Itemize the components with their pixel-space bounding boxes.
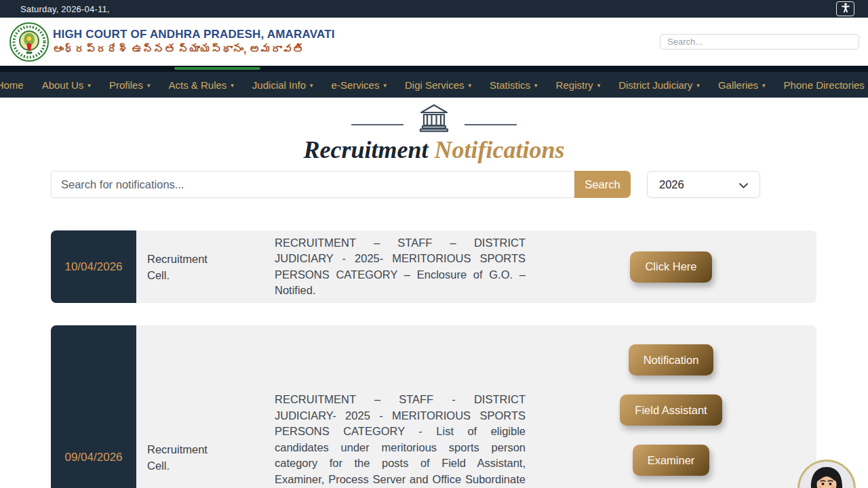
ap-high-court-emblem — [9, 22, 49, 62]
current-date: Saturday, 2026-04-11, — [20, 4, 110, 14]
decorative-line-right — [465, 124, 517, 125]
chevron-down-icon: ▾ — [762, 82, 766, 89]
chevron-down-icon: ▾ — [310, 82, 313, 89]
nav-item-acts-rules[interactable]: Acts & Rules▾ — [168, 79, 233, 91]
chevron-down-icon: ▾ — [597, 82, 601, 89]
year-dropdown[interactable]: 2026 — [647, 171, 760, 198]
examiner-button[interactable]: Examiner — [633, 445, 710, 476]
year-selected-value: 2026 — [659, 178, 684, 191]
notification-row: 09/04/2026 Recruitment Cell. RECRUITMENT… — [51, 325, 816, 488]
decorative-line-left — [351, 124, 403, 125]
notification-actions: Notification Field Assistant Examiner — [526, 344, 816, 488]
notification-row: 10/04/2026 Recruitment Cell. RECRUITMENT… — [51, 230, 816, 303]
field-assistant-button[interactable]: Field Assistant — [620, 394, 722, 426]
nav-item-judicial-info[interactable]: Judicial Info▾ — [252, 79, 313, 91]
chevron-down-icon: ▾ — [147, 82, 151, 89]
nav-item-statistics[interactable]: Statistics▾ — [490, 79, 538, 91]
nav-item-e-services[interactable]: e-Services▾ — [332, 79, 387, 91]
main-navigation: Home About Us▾ Profiles▾ Acts & Rules▾ J… — [0, 72, 868, 98]
click-here-button[interactable]: Click Here — [630, 251, 711, 283]
nav-green-indicator — [174, 67, 260, 70]
nav-item-phone-directories[interactable]: Phone Directories▾ — [784, 79, 868, 91]
notification-date-badge: 10/04/2026 — [51, 230, 136, 303]
notification-search-input[interactable] — [51, 171, 574, 198]
chevron-down-icon: ▾ — [696, 82, 700, 89]
notification-date-badge: 09/04/2026 — [51, 325, 136, 488]
nav-item-digi-services[interactable]: Digi Services▾ — [405, 79, 471, 91]
top-bar: Saturday, 2026-04-11, — [0, 0, 868, 18]
notification-text: RECRUITMENT – STAFF – DISTRICT JUDICIARY… — [275, 235, 526, 299]
search-button[interactable]: Search — [574, 171, 631, 198]
chevron-down-icon: ▾ — [383, 82, 387, 89]
nav-item-galleries[interactable]: Galleries▾ — [718, 79, 766, 91]
site-title-telugu: ఆంధ్రప్రదేశ్ ఉన్నత న్యాయస్థానం, అమరావతి — [53, 43, 335, 56]
nav-item-about-us[interactable]: About Us▾ — [42, 79, 91, 91]
notification-text: RECRUITMENT – STAFF - DISTRICT JUDICIARY… — [275, 392, 526, 488]
site-search-input[interactable] — [660, 34, 859, 49]
chevron-down-icon — [739, 178, 748, 191]
nav-item-home[interactable]: Home — [0, 79, 24, 91]
notification-button[interactable]: Notification — [629, 344, 714, 375]
accessibility-button[interactable] — [836, 1, 854, 16]
chevron-down-icon: ▾ — [534, 82, 538, 89]
nav-item-district-judiciary[interactable]: District Judiciary▾ — [618, 79, 700, 91]
site-header: HIGH COURT OF ANDHRA PRADESH, AMARAVATI … — [0, 18, 868, 66]
nav-top-strip — [0, 66, 868, 72]
courthouse-icon — [418, 104, 450, 135]
notification-filter-bar: Search 2026 — [51, 171, 816, 198]
nav-item-registry[interactable]: Registry▾ — [556, 79, 601, 91]
notification-actions: Click Here — [526, 230, 816, 303]
chevron-down-icon: ▾ — [87, 82, 91, 89]
page-title: Recruitment Notifications — [0, 136, 868, 164]
page-title-primary: Recruitment — [303, 136, 428, 163]
chevron-down-icon: ▾ — [469, 82, 472, 89]
nav-item-profiles[interactable]: Profiles▾ — [109, 79, 151, 91]
notification-source: Recruitment Cell. — [136, 230, 245, 303]
site-title-english: HIGH COURT OF ANDHRA PRADESH, AMARAVATI — [53, 28, 335, 41]
page-title-secondary: Notifications — [435, 136, 565, 163]
recruitment-notifications-page: Saturday, 2026-04-11, — [0, 0, 868, 488]
site-titles: HIGH COURT OF ANDHRA PRADESH, AMARAVATI … — [53, 28, 335, 56]
notification-source: Recruitment Cell. — [136, 325, 245, 488]
accessibility-person-icon — [841, 3, 850, 15]
chevron-down-icon: ▾ — [231, 82, 234, 89]
